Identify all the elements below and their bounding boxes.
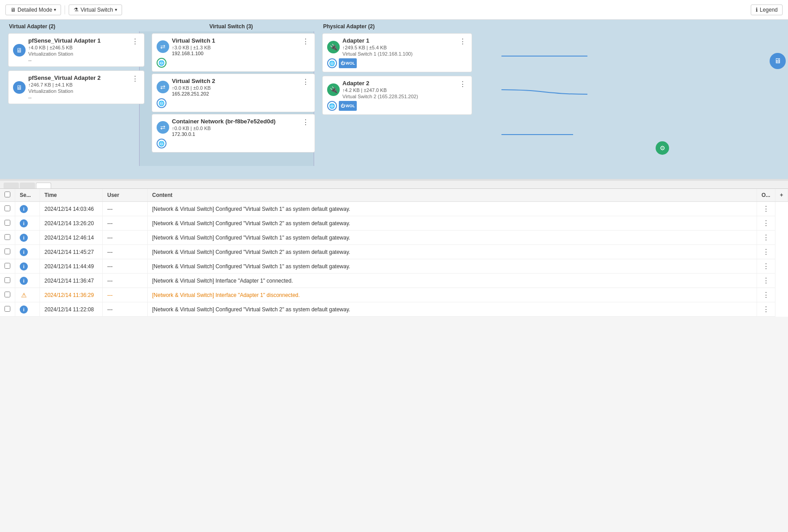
va-card-2: 🖥 pfSense_Virtual Adapter 2 ↑246.7 KB | … [8, 70, 144, 104]
row-checkbox[interactable] [4, 249, 10, 254]
row-user: --- [103, 231, 148, 245]
network-diagram: Virtual Adapter (2) Virtual Switch (3) P… [0, 20, 788, 179]
row-action-cell: ⋮ [757, 302, 775, 317]
pa2-menu-btn[interactable]: ⋮ [458, 80, 467, 88]
row-time: 2024/12/14 11:44:49 [40, 259, 103, 274]
row-checkbox-cell [0, 216, 15, 231]
table-row: i2024/12/14 14:03:46---[Network & Virtua… [0, 202, 788, 216]
pa2-status-icons: 🌐 ⏻WOL [327, 101, 467, 111]
row-checkbox[interactable] [4, 220, 10, 226]
vs3-menu-btn[interactable]: ⋮ [301, 118, 310, 126]
row-content: [Network & Virtual Switch] Configured "V… [148, 302, 757, 317]
row-action-cell: ⋮ [757, 274, 775, 288]
tab-3[interactable] [36, 183, 51, 188]
pa1-menu-btn[interactable]: ⋮ [458, 37, 467, 46]
vs1-icon: ⇄ [157, 40, 169, 53]
info-icon: i [20, 205, 28, 213]
row-time: 2024/12/14 11:22:08 [40, 302, 103, 317]
row-menu-btn[interactable]: ⋮ [762, 205, 770, 213]
legend-button[interactable]: ℹ Legend [751, 4, 783, 15]
col-add[interactable]: + [775, 189, 788, 202]
info-icon: i [20, 234, 28, 242]
legend-label: Legend [760, 7, 778, 13]
vs3-globe-icon: 🌐 [157, 139, 166, 148]
pa1-wol-badge: ⏻WOL [339, 58, 357, 68]
va1-icon: 🖥 [13, 44, 26, 57]
row-menu-btn[interactable]: ⋮ [762, 291, 770, 299]
row-menu-btn[interactable]: ⋮ [762, 219, 770, 227]
pa1-status-icons: 🌐 ⏻WOL [327, 58, 467, 68]
pa1-icon: 🔌 [327, 41, 340, 53]
row-action-cell: ⋮ [757, 216, 775, 231]
col-action: O... [757, 189, 775, 202]
row-menu-btn[interactable]: ⋮ [762, 276, 770, 285]
vs-card-3: ⇄ Container Network (br-f8be7e52ed0d) ↑0… [152, 114, 315, 153]
row-time: 2024/12/14 11:45:27 [40, 245, 103, 259]
row-time: 2024/12/14 11:36:29 [40, 288, 103, 302]
row-user: --- [103, 288, 148, 302]
va1-subtitle: Virtualization Station [28, 51, 101, 57]
va1-name: pfSense_Virtual Adapter 1 [28, 37, 101, 44]
va1-menu-btn[interactable]: ⋮ [131, 37, 140, 46]
info-icon: i [20, 277, 28, 285]
row-content: [Network & Virtual Switch] Configured "V… [148, 259, 757, 274]
cloud-icon: 🖥 [16, 47, 22, 54]
vs3-name: Container Network (br-f8be7e52ed0d) [172, 118, 276, 125]
row-checkbox-cell [0, 202, 15, 216]
row-checkbox[interactable] [4, 277, 10, 283]
row-checkbox[interactable] [4, 205, 10, 211]
select-all-checkbox[interactable] [4, 192, 10, 197]
vs2-status-icons: 🌐 [157, 98, 310, 108]
row-checkbox[interactable] [4, 306, 10, 312]
pa-column: 🔌 Adapter 1 ↑249.5 KB | ±5.4 KB Virtual … [319, 31, 476, 166]
vs1-menu-btn[interactable]: ⋮ [301, 37, 310, 46]
va2-name: pfSense_Virtual Adapter 2 [28, 74, 101, 81]
upload-icon: 🖥 [10, 7, 16, 13]
vs1-status-icons: 🌐 [157, 58, 310, 68]
table-header-row: Se... Time User Content O... + [0, 189, 788, 202]
vs3-status-icons: 🌐 [157, 139, 310, 148]
mode-dropdown[interactable]: 🖥 Detailed Mode ▾ [5, 4, 61, 15]
col-content[interactable]: Content [148, 189, 757, 202]
row-checkbox[interactable] [4, 292, 10, 297]
pa1-subtitle: Virtual Switch 1 (192.168.1.100) [342, 51, 412, 57]
pa-column-header: Physical Adapter (2) [314, 23, 467, 30]
row-content: [Network & Virtual Switch] Configured "V… [148, 216, 757, 231]
row-menu-btn[interactable]: ⋮ [762, 262, 770, 270]
va2-menu-btn[interactable]: ⋮ [131, 74, 140, 83]
va-column: 🖥 pfSense_Virtual Adapter 1 ↑4.0 KB | ±2… [4, 31, 148, 166]
vs-column-header: Virtual Switch (3) [148, 23, 314, 30]
row-menu-btn[interactable]: ⋮ [762, 248, 770, 256]
col-seq[interactable]: Se... [15, 189, 40, 202]
container-external-icon: ⚙ [656, 141, 669, 155]
col-checkbox [0, 189, 15, 202]
row-menu-btn[interactable]: ⋮ [762, 305, 770, 314]
filter-dropdown[interactable]: ⚗ Virtual Switch ▾ [69, 4, 122, 15]
row-time: 2024/12/14 12:46:14 [40, 231, 103, 245]
row-checkbox[interactable] [4, 234, 10, 240]
table-row: i2024/12/14 12:46:14---[Network & Virtua… [0, 231, 788, 245]
vs2-menu-btn[interactable]: ⋮ [301, 78, 310, 86]
row-action-cell: ⋮ [757, 231, 775, 245]
diagram-headers: Virtual Adapter (2) Virtual Switch (3) P… [0, 20, 788, 31]
va-column-header: Virtual Adapter (2) [0, 23, 148, 30]
row-menu-btn[interactable]: ⋮ [762, 233, 770, 242]
mode-label: Detailed Mode [18, 7, 52, 13]
table-row: i2024/12/14 11:36:47---[Network & Virtua… [0, 274, 788, 288]
col-time[interactable]: Time [40, 189, 103, 202]
vs-column: ⇄ Virtual Switch 1 ↑3.0 KB | ±1.3 KB 192… [148, 31, 319, 166]
row-checkbox-cell [0, 231, 15, 245]
row-icon-cell: i [15, 216, 40, 231]
row-icon-cell: i [15, 202, 40, 216]
row-checkbox-cell [0, 274, 15, 288]
pa1-name: Adapter 1 [342, 37, 412, 44]
tab-2[interactable] [20, 183, 35, 188]
row-user: --- [103, 302, 148, 317]
va2-subtitle: Virtualization Station [28, 88, 101, 94]
vs1-name: Virtual Switch 1 [172, 37, 215, 44]
row-icon-cell: ⚠ [15, 288, 40, 302]
row-checkbox[interactable] [4, 263, 10, 269]
col-user[interactable]: User [103, 189, 148, 202]
tab-1[interactable] [4, 183, 19, 188]
row-content: [Network & Virtual Switch] Configured "V… [148, 202, 757, 216]
